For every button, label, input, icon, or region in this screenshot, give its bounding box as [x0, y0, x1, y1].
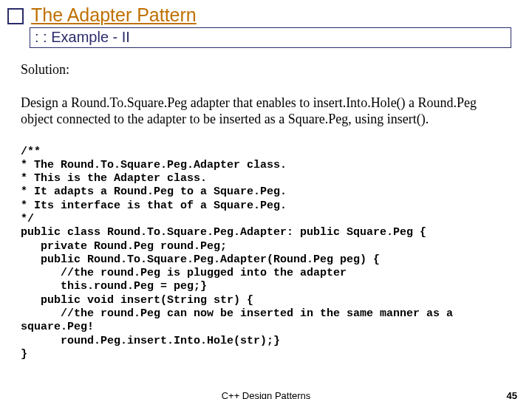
design-paragraph: Design a Round.To.Square.Peg adapter tha…	[21, 95, 511, 128]
solution-label: Solution:	[21, 61, 511, 78]
slide: The Adapter Pattern : : Example - II Sol…	[0, 0, 532, 399]
slide-title: The Adapter Pattern	[31, 4, 197, 26]
code-block: /** * The Round.To.Square.Peg.Adapter cl…	[21, 146, 511, 362]
title-bullet-icon	[7, 8, 24, 24]
body: Solution: Design a Round.To.Square.Peg a…	[0, 48, 532, 361]
title-row: The Adapter Pattern	[0, 0, 532, 26]
page-number: 45	[507, 390, 517, 399]
footer-center-text: C++ Design Patterns	[222, 390, 311, 399]
slide-subtitle: : : Example - II	[30, 27, 511, 48]
